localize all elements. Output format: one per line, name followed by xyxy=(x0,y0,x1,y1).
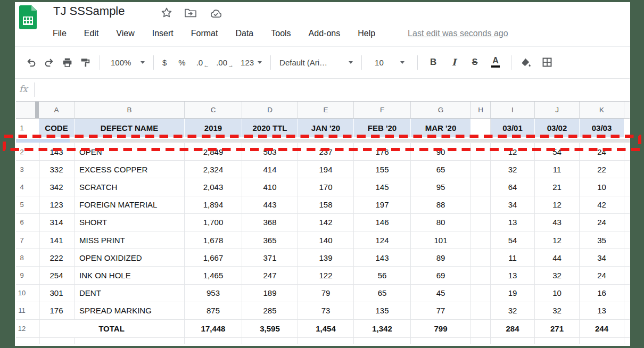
cell-B3[interactable]: EXCESS COPPER xyxy=(75,161,185,178)
cell-B4[interactable]: SCRATCH xyxy=(75,178,185,195)
cell-D12[interactable]: 3,595 xyxy=(242,320,298,337)
cell-E7[interactable]: 140 xyxy=(298,231,354,248)
cell-D11[interactable]: 285 xyxy=(242,302,298,319)
cell-E2[interactable]: 237 xyxy=(298,143,354,160)
cell-K1[interactable]: 03/03 xyxy=(580,119,624,137)
cell-G10[interactable]: 45 xyxy=(411,285,471,302)
cell-B9[interactable]: INK ON HOLE xyxy=(75,267,185,284)
total-label[interactable]: TOTAL xyxy=(39,320,185,337)
cell-G9[interactable]: 69 xyxy=(411,267,471,284)
cell-C13[interactable] xyxy=(185,338,242,344)
row-header-10[interactable]: 10 xyxy=(16,285,28,302)
cell-F3[interactable]: 155 xyxy=(354,161,411,178)
cell-K13[interactable] xyxy=(580,338,624,344)
cell-C3[interactable]: 2,324 xyxy=(185,161,242,178)
cell-K5[interactable]: 42 xyxy=(580,196,624,213)
cell-K4[interactable]: 10 xyxy=(580,178,624,195)
cell-J5[interactable]: 12 xyxy=(535,196,580,213)
cell-H3[interactable] xyxy=(471,161,491,178)
cell-A1[interactable]: CODE xyxy=(39,119,75,137)
cell-J7[interactable]: 12 xyxy=(535,231,580,248)
cell-H7[interactable] xyxy=(471,231,491,248)
column-header-D[interactable]: D xyxy=(242,102,298,118)
cell-J10[interactable]: 10 xyxy=(535,285,580,302)
cell-B13[interactable] xyxy=(75,338,185,344)
cell-B6[interactable]: SHORT xyxy=(75,214,185,231)
cell-G7[interactable]: 101 xyxy=(411,231,471,248)
cell-G2[interactable]: 90 xyxy=(411,143,471,160)
cell-B8[interactable]: OPEN OXIDIZED xyxy=(75,249,185,266)
cell-J1[interactable]: 03/02 xyxy=(535,119,580,137)
cell-G11[interactable]: 77 xyxy=(411,302,471,319)
cell-I4[interactable]: 64 xyxy=(491,178,535,195)
cell-H12[interactable] xyxy=(471,320,491,337)
cell-C11[interactable]: 875 xyxy=(185,302,242,319)
cell-C6[interactable]: 1,700 xyxy=(185,214,242,231)
cell-I7[interactable]: 54 xyxy=(491,231,535,248)
cell-D10[interactable]: 189 xyxy=(242,285,298,302)
row-header-6[interactable]: 6 xyxy=(16,214,28,231)
row-header-blank[interactable] xyxy=(16,338,28,344)
cell-I5[interactable]: 34 xyxy=(491,196,535,213)
row-header-11[interactable]: 11 xyxy=(16,302,28,319)
cell-E3[interactable]: 194 xyxy=(298,161,354,178)
cell-C2[interactable]: 2,849 xyxy=(185,143,242,160)
cell-H8[interactable] xyxy=(471,249,491,266)
cell-F11[interactable]: 135 xyxy=(354,302,411,319)
cell-F1[interactable]: FEB '20 xyxy=(354,119,411,137)
cell-I11[interactable]: 32 xyxy=(491,302,535,319)
cell-D7[interactable]: 365 xyxy=(242,231,298,248)
cell-C4[interactable]: 2,043 xyxy=(185,178,242,195)
cell-C7[interactable]: 1,678 xyxy=(185,231,242,248)
cell-I13[interactable] xyxy=(491,338,535,344)
cell-E10[interactable]: 79 xyxy=(298,285,354,302)
cell-E13[interactable] xyxy=(298,338,354,344)
cell-A10[interactable]: 301 xyxy=(39,285,75,302)
cell-K8[interactable]: 34 xyxy=(580,249,624,266)
column-header-I[interactable]: I xyxy=(491,102,535,118)
cell-I9[interactable]: 13 xyxy=(491,267,535,284)
column-header-K[interactable]: K xyxy=(580,102,624,118)
cell-J9[interactable]: 32 xyxy=(535,267,580,284)
cell-A13[interactable] xyxy=(39,338,75,344)
cell-F2[interactable]: 176 xyxy=(354,143,411,160)
cell-D1[interactable]: 2020 TTL xyxy=(242,119,298,137)
cell-H9[interactable] xyxy=(471,267,491,284)
cell-I2[interactable]: 12 xyxy=(491,143,535,160)
cell-H6[interactable] xyxy=(471,214,491,231)
cell-H13[interactable] xyxy=(471,338,491,344)
row-header-12[interactable]: 12 xyxy=(16,320,28,337)
cell-J6[interactable]: 43 xyxy=(535,214,580,231)
cell-D4[interactable]: 410 xyxy=(242,178,298,195)
cell-J13[interactable] xyxy=(535,338,580,344)
cell-C10[interactable]: 953 xyxy=(185,285,242,302)
cell-H4[interactable] xyxy=(471,178,491,195)
column-header-J[interactable]: J xyxy=(535,102,580,118)
cell-D3[interactable]: 414 xyxy=(242,161,298,178)
cell-J11[interactable]: 32 xyxy=(535,302,580,319)
cell-J3[interactable]: 11 xyxy=(535,161,580,178)
column-header-B[interactable]: B xyxy=(75,102,185,118)
cell-A5[interactable]: 123 xyxy=(39,196,75,213)
cell-I12[interactable]: 284 xyxy=(491,320,535,337)
cell-C12[interactable]: 17,448 xyxy=(185,320,242,337)
cell-J12[interactable]: 271 xyxy=(535,320,580,337)
column-header-C[interactable]: C xyxy=(185,102,242,118)
cell-C9[interactable]: 1,465 xyxy=(185,267,242,284)
cell-F8[interactable]: 143 xyxy=(354,249,411,266)
cell-H5[interactable] xyxy=(471,196,491,213)
cell-G5[interactable]: 88 xyxy=(411,196,471,213)
row-header-4[interactable]: 4 xyxy=(16,178,28,195)
cell-J2[interactable]: 54 xyxy=(535,143,580,160)
cell-K7[interactable]: 35 xyxy=(580,231,624,248)
cell-A11[interactable]: 176 xyxy=(39,302,75,319)
cell-A4[interactable]: 342 xyxy=(39,178,75,195)
row-header-5[interactable]: 5 xyxy=(16,196,28,213)
cell-E9[interactable]: 122 xyxy=(298,267,354,284)
cell-I6[interactable]: 13 xyxy=(491,214,535,231)
row-header-8[interactable]: 8 xyxy=(16,249,28,266)
cell-K2[interactable]: 24 xyxy=(580,143,624,160)
cell-E1[interactable]: JAN '20 xyxy=(298,119,354,137)
cell-G13[interactable] xyxy=(411,338,471,344)
cell-C8[interactable]: 1,667 xyxy=(185,249,242,266)
